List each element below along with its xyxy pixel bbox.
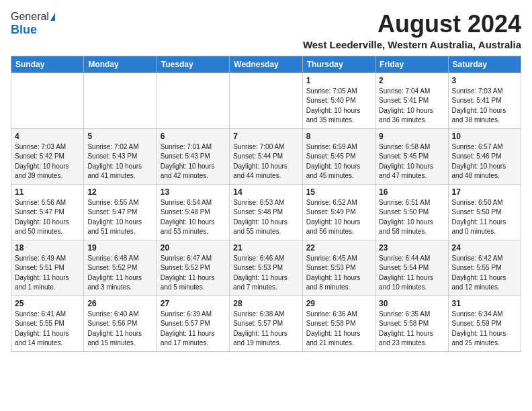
calendar-cell: 20Sunrise: 6:47 AM Sunset: 5:52 PM Dayli… xyxy=(157,240,229,295)
day-info: Sunrise: 7:02 AM Sunset: 5:43 PM Dayligh… xyxy=(87,142,152,181)
logo: General Blue xyxy=(11,11,55,37)
calendar-cell: 21Sunrise: 6:46 AM Sunset: 5:53 PM Dayli… xyxy=(230,240,302,295)
day-info: Sunrise: 6:52 AM Sunset: 5:49 PM Dayligh… xyxy=(306,198,371,237)
day-number: 27 xyxy=(161,299,226,308)
calendar-day-header: Friday xyxy=(375,56,448,73)
calendar-day-header: Thursday xyxy=(302,56,375,73)
day-info: Sunrise: 7:03 AM Sunset: 5:41 PM Dayligh… xyxy=(452,87,517,126)
calendar-table: SundayMondayTuesdayWednesdayThursdayFrid… xyxy=(11,56,521,352)
day-info: Sunrise: 6:56 AM Sunset: 5:47 PM Dayligh… xyxy=(15,198,80,237)
day-info: Sunrise: 6:51 AM Sunset: 5:50 PM Dayligh… xyxy=(379,198,444,237)
day-number: 9 xyxy=(379,132,444,141)
day-info: Sunrise: 6:49 AM Sunset: 5:51 PM Dayligh… xyxy=(15,254,80,293)
day-info: Sunrise: 6:47 AM Sunset: 5:52 PM Dayligh… xyxy=(161,254,226,293)
day-info: Sunrise: 6:38 AM Sunset: 5:57 PM Dayligh… xyxy=(233,310,298,349)
calendar-cell: 7Sunrise: 7:00 AM Sunset: 5:44 PM Daylig… xyxy=(230,128,302,184)
day-info: Sunrise: 6:59 AM Sunset: 5:45 PM Dayligh… xyxy=(306,142,371,181)
calendar-cell: 18Sunrise: 6:49 AM Sunset: 5:51 PM Dayli… xyxy=(11,240,84,295)
day-info: Sunrise: 7:03 AM Sunset: 5:42 PM Dayligh… xyxy=(15,142,80,181)
day-info: Sunrise: 6:40 AM Sunset: 5:56 PM Dayligh… xyxy=(87,310,152,349)
calendar-cell xyxy=(230,73,302,128)
calendar-cell: 6Sunrise: 7:01 AM Sunset: 5:43 PM Daylig… xyxy=(157,128,229,184)
day-number: 29 xyxy=(306,299,371,308)
day-info: Sunrise: 6:55 AM Sunset: 5:47 PM Dayligh… xyxy=(87,198,152,237)
page-header: General Blue August 2024 West Leedervill… xyxy=(11,11,521,50)
title-block: August 2024 West Leederville, Western Au… xyxy=(303,11,521,50)
day-number: 20 xyxy=(161,243,226,253)
calendar-cell: 15Sunrise: 6:52 AM Sunset: 5:49 PM Dayli… xyxy=(302,184,375,240)
day-number: 10 xyxy=(452,132,517,141)
calendar-cell: 3Sunrise: 7:03 AM Sunset: 5:41 PM Daylig… xyxy=(448,73,521,128)
logo-triangle-icon xyxy=(50,13,55,21)
day-number: 26 xyxy=(87,299,152,308)
calendar-day-header: Wednesday xyxy=(230,56,302,73)
day-number: 5 xyxy=(87,132,152,141)
calendar-cell: 14Sunrise: 6:53 AM Sunset: 5:48 PM Dayli… xyxy=(230,184,302,240)
day-info: Sunrise: 6:50 AM Sunset: 5:50 PM Dayligh… xyxy=(452,198,517,237)
day-number: 18 xyxy=(15,243,80,253)
day-info: Sunrise: 6:45 AM Sunset: 5:53 PM Dayligh… xyxy=(306,254,371,293)
calendar-cell: 28Sunrise: 6:38 AM Sunset: 5:57 PM Dayli… xyxy=(230,295,302,351)
day-info: Sunrise: 6:57 AM Sunset: 5:46 PM Dayligh… xyxy=(452,142,517,181)
calendar-cell: 1Sunrise: 7:05 AM Sunset: 5:40 PM Daylig… xyxy=(302,73,375,128)
calendar-day-header: Tuesday xyxy=(157,56,229,73)
calendar-week-row: 1Sunrise: 7:05 AM Sunset: 5:40 PM Daylig… xyxy=(11,73,521,128)
calendar-cell: 26Sunrise: 6:40 AM Sunset: 5:56 PM Dayli… xyxy=(84,295,157,351)
calendar-cell: 23Sunrise: 6:44 AM Sunset: 5:54 PM Dayli… xyxy=(375,240,448,295)
calendar-cell: 12Sunrise: 6:55 AM Sunset: 5:47 PM Dayli… xyxy=(84,184,157,240)
calendar-cell xyxy=(11,73,84,128)
calendar-cell: 24Sunrise: 6:42 AM Sunset: 5:55 PM Dayli… xyxy=(448,240,521,295)
calendar-week-row: 4Sunrise: 7:03 AM Sunset: 5:42 PM Daylig… xyxy=(11,128,521,184)
calendar-cell: 30Sunrise: 6:35 AM Sunset: 5:58 PM Dayli… xyxy=(375,295,448,351)
day-number: 6 xyxy=(161,132,226,141)
calendar-day-header: Monday xyxy=(84,56,157,73)
day-info: Sunrise: 6:46 AM Sunset: 5:53 PM Dayligh… xyxy=(233,254,298,293)
day-info: Sunrise: 6:36 AM Sunset: 5:58 PM Dayligh… xyxy=(306,310,371,349)
day-number: 14 xyxy=(233,187,298,197)
calendar-cell: 5Sunrise: 7:02 AM Sunset: 5:43 PM Daylig… xyxy=(84,128,157,184)
day-info: Sunrise: 6:35 AM Sunset: 5:58 PM Dayligh… xyxy=(379,310,444,349)
day-info: Sunrise: 6:48 AM Sunset: 5:52 PM Dayligh… xyxy=(87,254,152,293)
day-number: 15 xyxy=(306,187,371,197)
day-number: 19 xyxy=(87,243,152,253)
calendar-day-header: Saturday xyxy=(448,56,521,73)
day-info: Sunrise: 6:41 AM Sunset: 5:55 PM Dayligh… xyxy=(15,310,80,349)
logo-general-text: General xyxy=(11,11,49,23)
calendar-cell: 9Sunrise: 6:58 AM Sunset: 5:45 PM Daylig… xyxy=(375,128,448,184)
day-info: Sunrise: 6:58 AM Sunset: 5:45 PM Dayligh… xyxy=(379,142,444,181)
calendar-cell: 2Sunrise: 7:04 AM Sunset: 5:41 PM Daylig… xyxy=(375,73,448,128)
calendar-cell xyxy=(84,73,157,128)
logo-blue-text: Blue xyxy=(11,23,37,37)
day-info: Sunrise: 6:39 AM Sunset: 5:57 PM Dayligh… xyxy=(161,310,226,349)
calendar-week-row: 25Sunrise: 6:41 AM Sunset: 5:55 PM Dayli… xyxy=(11,295,521,351)
day-info: Sunrise: 6:44 AM Sunset: 5:54 PM Dayligh… xyxy=(379,254,444,293)
day-number: 3 xyxy=(452,76,517,85)
day-number: 12 xyxy=(87,187,152,197)
calendar-cell: 29Sunrise: 6:36 AM Sunset: 5:58 PM Dayli… xyxy=(302,295,375,351)
day-number: 30 xyxy=(379,299,444,308)
calendar-cell: 13Sunrise: 6:54 AM Sunset: 5:48 PM Dayli… xyxy=(157,184,229,240)
calendar-cell: 17Sunrise: 6:50 AM Sunset: 5:50 PM Dayli… xyxy=(448,184,521,240)
day-number: 28 xyxy=(233,299,298,308)
day-number: 11 xyxy=(15,187,80,197)
calendar-cell xyxy=(157,73,229,128)
calendar-cell: 25Sunrise: 6:41 AM Sunset: 5:55 PM Dayli… xyxy=(11,295,84,351)
calendar-header-row: SundayMondayTuesdayWednesdayThursdayFrid… xyxy=(11,56,521,73)
day-info: Sunrise: 6:42 AM Sunset: 5:55 PM Dayligh… xyxy=(452,254,517,293)
calendar-cell: 27Sunrise: 6:39 AM Sunset: 5:57 PM Dayli… xyxy=(157,295,229,351)
day-number: 22 xyxy=(306,243,371,253)
calendar-cell: 10Sunrise: 6:57 AM Sunset: 5:46 PM Dayli… xyxy=(448,128,521,184)
day-number: 2 xyxy=(379,76,444,85)
calendar-cell: 11Sunrise: 6:56 AM Sunset: 5:47 PM Dayli… xyxy=(11,184,84,240)
day-number: 24 xyxy=(452,243,517,253)
month-title: August 2024 xyxy=(303,11,521,38)
day-info: Sunrise: 7:05 AM Sunset: 5:40 PM Dayligh… xyxy=(306,87,371,126)
day-number: 1 xyxy=(306,76,371,85)
calendar-day-header: Sunday xyxy=(11,56,84,73)
day-number: 8 xyxy=(306,132,371,141)
day-info: Sunrise: 7:01 AM Sunset: 5:43 PM Dayligh… xyxy=(161,142,226,181)
day-number: 25 xyxy=(15,299,80,308)
day-number: 21 xyxy=(233,243,298,253)
calendar-cell: 19Sunrise: 6:48 AM Sunset: 5:52 PM Dayli… xyxy=(84,240,157,295)
day-number: 7 xyxy=(233,132,298,141)
